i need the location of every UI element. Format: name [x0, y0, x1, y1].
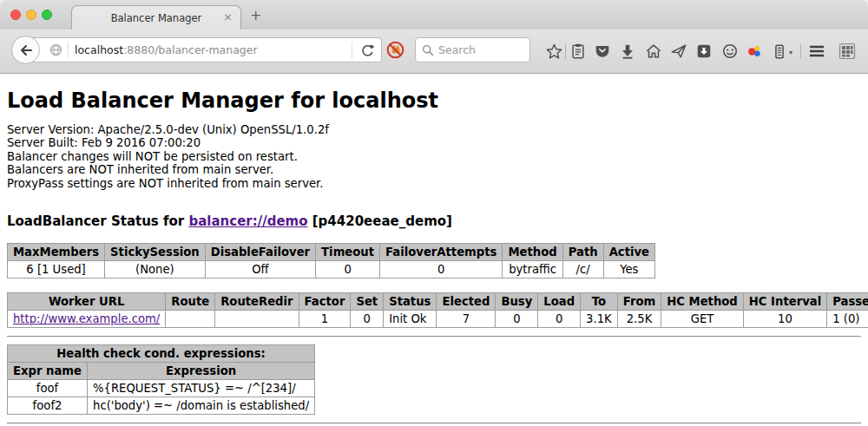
cell-hc-method: GET [661, 311, 744, 328]
cell-load: 0 [538, 311, 581, 328]
page-content: Load Balancer Manager for localhost Serv… [0, 74, 868, 426]
status-heading-prefix: LoadBalancer Status for [7, 213, 188, 229]
loadbalancer-status-heading: LoadBalancer Status for balancer://demo … [7, 213, 861, 229]
toolbar-separator [800, 43, 801, 59]
tab-bar: Balancer Manager × + [0, 0, 868, 29]
cell-from: 2.5K [617, 311, 661, 328]
search-input[interactable] [438, 43, 521, 56]
menu-hamburger-icon[interactable] [806, 41, 827, 62]
page-title: Load Balancer Manager for localhost [7, 88, 861, 113]
reload-button[interactable] [359, 43, 375, 58]
cell-to: 3.1K [581, 311, 618, 328]
tab-title: Balancer Manager [111, 12, 202, 24]
health-header-row: Expr name Expression [8, 363, 315, 380]
balancer-demo-link[interactable]: balancer://demo [188, 213, 307, 229]
cell-timeout: 0 [316, 261, 380, 279]
health-table-title: Health check cond. expressions: [8, 345, 315, 363]
col-from: From [617, 293, 661, 311]
url-text[interactable]: localhost:8880/balancer-manager [75, 43, 258, 56]
proxypass-notice-line: ProxyPass settings are NOT inherited fro… [7, 177, 861, 190]
col-status: Status [384, 293, 437, 311]
col-elected: Elected [437, 293, 496, 311]
new-tab-button[interactable]: + [250, 9, 261, 23]
col-timeout: Timeout [316, 244, 380, 261]
tab-balancer-manager[interactable]: Balancer Manager × [71, 5, 241, 29]
save-to-drive-icon[interactable] [694, 41, 714, 62]
cell-stickysession: (None) [105, 261, 206, 279]
col-method: Method [503, 244, 562, 261]
col-hc-interval: HC Interval [743, 293, 826, 311]
server-built-line: Server Built: Feb 9 2016 07:00:20 [7, 136, 861, 149]
cell-active: Yes [603, 261, 654, 279]
cell-hc-interval: 10 [743, 311, 826, 328]
status-heading-suffix: [p4420eeae_demo] [308, 213, 452, 229]
chevron-down-icon[interactable]: ▾ [789, 49, 792, 56]
balancer-settings-table: MaxMembers StickySession DisableFailover… [7, 243, 655, 279]
worker-url-link[interactable]: http://www.example.com/ [13, 312, 160, 325]
health-title-row: Health check cond. expressions: [8, 345, 315, 363]
cell-busy: 0 [496, 311, 538, 328]
col-passes: Passes [827, 293, 868, 311]
container-battery-icon[interactable] [769, 41, 790, 62]
site-identity-globe-icon[interactable] [49, 43, 62, 56]
cell-expression-foof: %{REQUEST_STATUS} =~ /^[234]/ [88, 380, 315, 397]
cell-method: bytraffic [503, 261, 562, 279]
cell-expression-foof2: hc('body') =~ /domain is established/ [88, 397, 315, 415]
toolbar-separator [565, 43, 566, 59]
col-hc-method: HC Method [661, 293, 744, 311]
cell-expr-name-foof: foof [8, 380, 88, 397]
col-busy: Busy [496, 293, 538, 311]
url-bar[interactable]: localhost:8880/balancer-manager [25, 37, 382, 62]
cell-set: 0 [351, 311, 384, 328]
identity-separator [68, 42, 69, 58]
zoom-window-button[interactable] [42, 10, 52, 20]
balancer-data-row: 6 [1 Used] (None) Off 0 0 bytraffic /c/ … [8, 261, 655, 279]
send-tab-icon[interactable] [668, 41, 689, 62]
worker-data-row: http://www.example.com/ 1 0 Init Ok 7 0 … [8, 311, 868, 328]
cell-factor: 1 [299, 311, 351, 328]
health-data-row: foof2 hc('body') =~ /domain is establish… [8, 397, 315, 415]
feedback-smiley-icon[interactable] [720, 41, 740, 62]
cell-worker-url: http://www.example.com/ [8, 311, 166, 328]
health-check-table: Health check cond. expressions: Expr nam… [7, 344, 315, 415]
tab-groups-grid-icon[interactable] [837, 41, 858, 62]
minimize-window-button[interactable] [26, 10, 36, 20]
reading-list-icon[interactable] [568, 41, 589, 62]
col-active: Active [603, 244, 654, 261]
cell-status: Init Ok [384, 311, 437, 328]
server-info: Server Version: Apache/2.5.0-dev (Unix) … [7, 123, 861, 190]
horizontal-rule-bottom [7, 423, 861, 424]
col-disablefailover: DisableFailover [205, 244, 315, 261]
worker-status-table: Worker URL Route RouteRedir Factor Set S… [7, 292, 868, 328]
col-factor: Factor [299, 293, 351, 311]
bookmark-star-icon[interactable] [543, 41, 564, 62]
horizontal-rule [7, 336, 861, 338]
search-bar[interactable] [415, 37, 530, 62]
cell-elected: 7 [437, 311, 496, 328]
browser-window: Balancer Manager × + localhost:8880/bala… [0, 0, 868, 426]
cell-failoverattempts: 0 [380, 261, 503, 279]
col-expression: Expression [88, 363, 315, 380]
pocket-icon[interactable] [592, 41, 613, 62]
search-icon [422, 44, 434, 56]
back-button[interactable] [11, 36, 40, 64]
col-load: Load [538, 293, 581, 311]
worker-header-row: Worker URL Route RouteRedir Factor Set S… [8, 293, 868, 311]
downloads-icon[interactable] [617, 41, 638, 62]
close-window-button[interactable] [10, 10, 21, 20]
col-set: Set [351, 293, 384, 311]
plugin-blocked-icon[interactable] [386, 41, 404, 62]
home-icon[interactable] [643, 41, 664, 62]
col-stickysession: StickySession [105, 244, 206, 261]
cell-path: /c/ [562, 261, 603, 279]
tab-close-icon[interactable]: × [223, 10, 233, 23]
col-path: Path [562, 244, 603, 261]
col-failoverattempts: FailoverAttempts [380, 244, 503, 261]
cell-maxmembers: 6 [1 Used] [8, 261, 105, 279]
col-maxmembers: MaxMembers [8, 244, 105, 261]
col-route: Route [166, 293, 215, 311]
reload-separator [352, 43, 352, 59]
extension-colordots-icon[interactable] [744, 41, 765, 62]
col-expr-name: Expr name [8, 363, 88, 380]
cell-route [166, 311, 215, 328]
